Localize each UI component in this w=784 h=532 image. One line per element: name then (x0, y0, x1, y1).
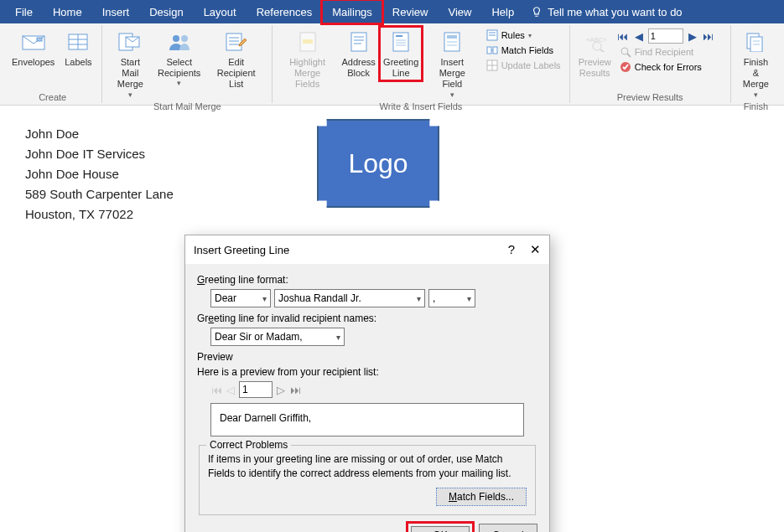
insert-greeting-line-dialog: Insert Greeting Line ? ✕ GGreeting line … (184, 235, 550, 532)
dropdown-caret-icon: ▾ (754, 90, 758, 99)
tell-me-search[interactable]: Tell me what you want to do (531, 6, 682, 18)
menu-references[interactable]: References (247, 0, 322, 23)
preview-icon: «ABC» (581, 28, 608, 55)
menu-view[interactable]: View (438, 0, 481, 23)
ok-button[interactable]: OK (411, 526, 470, 532)
preview-next-button[interactable]: ▷ (275, 383, 287, 396)
document-text: John Doe John Doe IT Services John Doe H… (25, 121, 174, 227)
prev-record-button[interactable]: ◀ (632, 29, 646, 43)
preview-section-label: Preview (197, 351, 537, 363)
envelopes-label: Envelopes (12, 57, 55, 68)
menu-home[interactable]: Home (43, 0, 92, 23)
check-errors-button[interactable]: Check for Errors (616, 60, 725, 74)
menu-review[interactable]: Review (382, 0, 439, 23)
doc-line-3: John Doe House (25, 167, 174, 181)
doc-line-5: Houston, TX 77022 (25, 207, 174, 221)
highlight-label: Highlight Merge Fields (281, 57, 334, 90)
first-record-button[interactable]: ⏮ (616, 29, 630, 43)
labels-label: Labels (65, 57, 91, 68)
insert-field-icon (439, 28, 465, 55)
preview-results-button[interactable]: «ABC» Preview Results (575, 27, 615, 80)
cancel-button[interactable]: Cancel (479, 524, 537, 532)
menu-design[interactable]: Design (139, 0, 193, 23)
highlight-icon (294, 28, 321, 55)
chevron-down-icon: ▾ (417, 294, 421, 303)
doc-line-2: John Doe IT Services (25, 147, 174, 161)
preview-results-label: Preview Results (579, 57, 611, 79)
find-recipient-button[interactable]: Find Recipient (616, 45, 725, 59)
greeting-format-label: GGreeting line format:reeting line forma… (197, 274, 537, 286)
dropdown-caret-icon: ▾ (177, 79, 181, 87)
preview-text: Dear Darnell Griffith, (220, 412, 311, 424)
ok-button-highlight: OK (408, 524, 472, 532)
people-icon (166, 28, 193, 55)
preview-first-button[interactable]: ⏮ (210, 383, 222, 396)
close-button[interactable]: ✕ (530, 242, 541, 257)
menu-help[interactable]: Help (481, 0, 524, 23)
rules-button[interactable]: Rules ▾ (483, 28, 564, 42)
highlight-merge-fields-button[interactable]: Highlight Merge Fields (278, 27, 337, 92)
salutation-select[interactable]: Dear▾ (210, 289, 271, 307)
envelopes-button[interactable]: Envelopes (8, 27, 58, 70)
svg-rect-15 (303, 39, 313, 44)
labels-icon (65, 28, 91, 55)
menu-file[interactable]: File (5, 0, 43, 23)
invalid-greeting-select[interactable]: Dear Sir or Madam,▾ (210, 328, 345, 346)
name-format-select[interactable]: Joshua Randall Jr.▾ (274, 289, 425, 307)
preview-last-button[interactable]: ⏭ (289, 383, 301, 396)
record-number-input[interactable] (648, 28, 683, 44)
svg-rect-26 (447, 35, 457, 39)
group-preview-results: «ABC» Preview Results ⏮ ◀ ▶ ⏭ Find Recip… (570, 25, 731, 103)
next-record-button[interactable]: ▶ (686, 29, 699, 43)
svg-line-41 (627, 54, 631, 57)
dropdown-caret-icon: ▾ (128, 90, 132, 99)
last-record-button[interactable]: ⏭ (702, 29, 715, 43)
rules-label: Rules (501, 30, 525, 40)
finish-merge-label: Finish & Merge (740, 57, 772, 90)
svg-rect-33 (493, 47, 497, 54)
group-finish-label: Finish (736, 101, 776, 112)
dialog-titlebar: Insert Greeting Line ? ✕ (185, 235, 549, 264)
menu-mailings[interactable]: Mailings (322, 0, 382, 23)
match-fields-button[interactable]: Match Fields (483, 44, 564, 57)
chevron-down-icon: ▾ (467, 294, 471, 303)
match-fields-dialog-button[interactable]: Match Fields... (436, 488, 527, 506)
svg-point-9 (181, 35, 188, 42)
problems-text: If items in your greeting line are missi… (208, 452, 527, 481)
punctuation-select[interactable]: ,▾ (428, 289, 475, 307)
start-mail-merge-button[interactable]: Start Mail Merge ▾ (107, 27, 153, 101)
group-start-mail-merge: Start Mail Merge ▾ Select Recipients ▾ E… (102, 25, 273, 103)
preview-hint: Here is a preview from your recipient li… (197, 366, 537, 378)
dialog-title: Insert Greeting Line (194, 244, 289, 256)
preview-box: Dear Darnell Griffith, (210, 403, 524, 436)
insert-merge-field-button[interactable]: Insert Merge Field ▾ (423, 27, 481, 101)
svg-rect-32 (487, 47, 491, 54)
correct-problems-section: Correct Problems If items in your greeti… (199, 445, 536, 515)
help-button[interactable]: ? (508, 242, 515, 257)
edit-recipient-list-button[interactable]: Edit Recipient List (205, 27, 267, 92)
menu-layout[interactable]: Layout (194, 0, 247, 23)
finish-merge-button[interactable]: Finish & Merge ▾ (736, 27, 776, 101)
update-labels-button[interactable]: Update Labels (483, 59, 564, 72)
svg-line-39 (600, 49, 605, 52)
chevron-down-icon: ▾ (336, 333, 340, 342)
edit-list-icon (223, 28, 250, 55)
dropdown-caret-icon: ▾ (450, 90, 454, 99)
preview-record-input[interactable] (239, 381, 273, 398)
svg-rect-16 (351, 33, 366, 51)
address-block-label: Address Block (341, 57, 375, 79)
mail-merge-icon (117, 28, 143, 55)
doc-line-4: 589 South Carpenter Lane (25, 187, 174, 201)
update-labels-icon (486, 59, 498, 71)
svg-rect-10 (226, 34, 241, 50)
address-block-button[interactable]: Address Block (339, 27, 379, 80)
select-recipients-button[interactable]: Select Recipients ▾ (154, 27, 204, 89)
group-create-label: Create (8, 91, 96, 103)
svg-text:«ABC»: «ABC» (586, 36, 606, 44)
preview-prev-button[interactable]: ◁ (225, 383, 236, 396)
chevron-down-icon: ▾ (262, 294, 267, 303)
logo-shape: Logo (317, 119, 439, 208)
greeting-line-button[interactable]: Greeting Line (380, 27, 421, 80)
labels-button[interactable]: Labels (60, 27, 96, 70)
menu-insert[interactable]: Insert (92, 0, 140, 23)
